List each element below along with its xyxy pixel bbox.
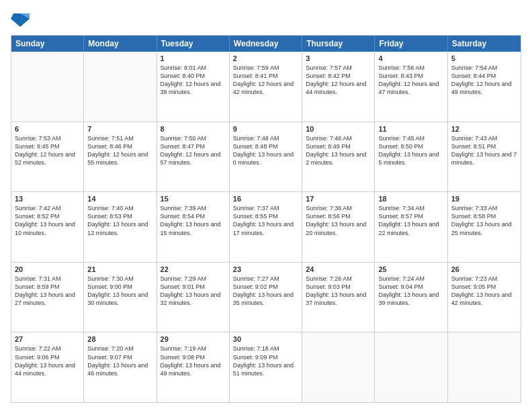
cell-content: Sunrise: 7:29 AM Sunset: 9:01 PM Dayligh… xyxy=(161,275,226,308)
calendar-cell: 7Sunrise: 7:51 AM Sunset: 8:46 PM Daylig… xyxy=(84,122,157,192)
calendar-row-0: 1Sunrise: 8:01 AM Sunset: 8:40 PM Daylig… xyxy=(11,52,521,122)
header-day-saturday: Saturday xyxy=(448,36,521,52)
header-day-thursday: Thursday xyxy=(302,36,375,52)
day-number: 26 xyxy=(451,265,517,273)
day-number: 5 xyxy=(451,54,517,62)
calendar-cell: 8Sunrise: 7:50 AM Sunset: 8:47 PM Daylig… xyxy=(157,122,230,192)
cell-content: Sunrise: 7:43 AM Sunset: 8:51 PM Dayligh… xyxy=(451,134,517,167)
calendar-cell: 23Sunrise: 7:27 AM Sunset: 9:02 PM Dayli… xyxy=(230,263,302,332)
day-number: 27 xyxy=(15,335,80,343)
logo-icon xyxy=(11,8,30,30)
calendar-cell: 13Sunrise: 7:42 AM Sunset: 8:52 PM Dayli… xyxy=(11,192,84,262)
calendar-cell: 11Sunrise: 7:45 AM Sunset: 8:50 PM Dayli… xyxy=(375,122,447,192)
day-number: 22 xyxy=(161,265,226,273)
calendar-cell: 14Sunrise: 7:40 AM Sunset: 8:53 PM Dayli… xyxy=(84,192,157,262)
day-number: 6 xyxy=(15,125,80,133)
cell-content: Sunrise: 7:33 AM Sunset: 8:58 PM Dayligh… xyxy=(451,204,517,237)
calendar-cell: 19Sunrise: 7:33 AM Sunset: 8:58 PM Dayli… xyxy=(448,192,521,262)
day-number: 29 xyxy=(161,335,226,343)
cell-content: Sunrise: 7:27 AM Sunset: 9:02 PM Dayligh… xyxy=(233,275,298,308)
cell-content: Sunrise: 7:23 AM Sunset: 9:05 PM Dayligh… xyxy=(451,275,517,308)
calendar-cell: 5Sunrise: 7:54 AM Sunset: 8:44 PM Daylig… xyxy=(448,52,521,122)
cell-content: Sunrise: 7:56 AM Sunset: 8:43 PM Dayligh… xyxy=(378,64,443,97)
calendar-cell: 6Sunrise: 7:53 AM Sunset: 8:45 PM Daylig… xyxy=(11,122,84,192)
calendar-cell: 2Sunrise: 7:59 AM Sunset: 8:41 PM Daylig… xyxy=(230,52,302,122)
page: SundayMondayTuesdayWednesdayThursdayFrid… xyxy=(0,0,532,411)
header-day-sunday: Sunday xyxy=(11,36,84,52)
cell-content: Sunrise: 7:54 AM Sunset: 8:44 PM Dayligh… xyxy=(451,64,517,97)
logo xyxy=(11,8,32,30)
calendar-cell: 15Sunrise: 7:39 AM Sunset: 8:54 PM Dayli… xyxy=(157,192,230,262)
calendar-cell: 16Sunrise: 7:37 AM Sunset: 8:55 PM Dayli… xyxy=(230,192,302,262)
cell-content: Sunrise: 7:30 AM Sunset: 9:00 PM Dayligh… xyxy=(87,275,152,308)
cell-content: Sunrise: 7:45 AM Sunset: 8:50 PM Dayligh… xyxy=(378,134,443,167)
calendar-cell xyxy=(375,332,447,402)
day-number: 23 xyxy=(233,265,298,273)
calendar-cell xyxy=(448,332,521,402)
cell-content: Sunrise: 7:34 AM Sunset: 8:57 PM Dayligh… xyxy=(378,204,443,237)
calendar-cell: 3Sunrise: 7:57 AM Sunset: 8:42 PM Daylig… xyxy=(302,52,375,122)
calendar: SundayMondayTuesdayWednesdayThursdayFrid… xyxy=(11,35,521,403)
day-number: 28 xyxy=(87,335,152,343)
day-number: 7 xyxy=(87,125,152,133)
day-number: 3 xyxy=(306,54,371,62)
day-number: 8 xyxy=(161,125,226,133)
calendar-cell: 29Sunrise: 7:19 AM Sunset: 9:08 PM Dayli… xyxy=(157,332,230,402)
calendar-body: 1Sunrise: 8:01 AM Sunset: 8:40 PM Daylig… xyxy=(11,52,521,402)
day-number: 19 xyxy=(451,195,517,203)
cell-content: Sunrise: 7:24 AM Sunset: 9:04 PM Dayligh… xyxy=(378,275,443,308)
cell-content: Sunrise: 7:18 AM Sunset: 9:09 PM Dayligh… xyxy=(233,345,298,377)
cell-content: Sunrise: 7:19 AM Sunset: 9:08 PM Dayligh… xyxy=(161,345,226,377)
day-number: 2 xyxy=(233,54,298,62)
day-number: 16 xyxy=(233,195,298,203)
cell-content: Sunrise: 7:51 AM Sunset: 8:46 PM Dayligh… xyxy=(87,134,152,167)
cell-content: Sunrise: 7:42 AM Sunset: 8:52 PM Dayligh… xyxy=(15,204,80,237)
day-number: 4 xyxy=(378,54,443,62)
cell-content: Sunrise: 7:59 AM Sunset: 8:41 PM Dayligh… xyxy=(233,64,298,97)
day-number: 21 xyxy=(87,265,152,273)
calendar-cell: 25Sunrise: 7:24 AM Sunset: 9:04 PM Dayli… xyxy=(375,263,447,332)
calendar-cell: 30Sunrise: 7:18 AM Sunset: 9:09 PM Dayli… xyxy=(230,332,302,402)
cell-content: Sunrise: 7:31 AM Sunset: 8:59 PM Dayligh… xyxy=(15,275,80,308)
day-number: 17 xyxy=(306,195,371,203)
header-day-wednesday: Wednesday xyxy=(230,36,302,52)
day-number: 18 xyxy=(378,195,443,203)
calendar-cell: 12Sunrise: 7:43 AM Sunset: 8:51 PM Dayli… xyxy=(448,122,521,192)
cell-content: Sunrise: 7:26 AM Sunset: 9:03 PM Dayligh… xyxy=(306,275,371,308)
cell-content: Sunrise: 7:53 AM Sunset: 8:45 PM Dayligh… xyxy=(15,134,80,167)
calendar-row-2: 13Sunrise: 7:42 AM Sunset: 8:52 PM Dayli… xyxy=(11,191,521,262)
calendar-cell: 1Sunrise: 8:01 AM Sunset: 8:40 PM Daylig… xyxy=(157,52,230,122)
header-day-tuesday: Tuesday xyxy=(157,36,230,52)
day-number: 30 xyxy=(233,335,298,343)
day-number: 13 xyxy=(15,195,80,203)
day-number: 20 xyxy=(15,265,80,273)
cell-content: Sunrise: 7:46 AM Sunset: 8:49 PM Dayligh… xyxy=(306,134,371,167)
cell-content: Sunrise: 7:40 AM Sunset: 8:53 PM Dayligh… xyxy=(87,204,152,237)
cell-content: Sunrise: 7:37 AM Sunset: 8:55 PM Dayligh… xyxy=(233,204,298,237)
day-number: 25 xyxy=(378,265,443,273)
cell-content: Sunrise: 7:50 AM Sunset: 8:47 PM Dayligh… xyxy=(161,134,226,167)
day-number: 15 xyxy=(161,195,226,203)
cell-content: Sunrise: 7:22 AM Sunset: 9:06 PM Dayligh… xyxy=(15,345,80,377)
calendar-cell: 21Sunrise: 7:30 AM Sunset: 9:00 PM Dayli… xyxy=(84,263,157,332)
cell-content: Sunrise: 7:20 AM Sunset: 9:07 PM Dayligh… xyxy=(87,345,152,377)
calendar-cell xyxy=(11,52,84,122)
cell-content: Sunrise: 8:01 AM Sunset: 8:40 PM Dayligh… xyxy=(161,64,226,97)
calendar-cell: 10Sunrise: 7:46 AM Sunset: 8:49 PM Dayli… xyxy=(302,122,375,192)
calendar-cell: 26Sunrise: 7:23 AM Sunset: 9:05 PM Dayli… xyxy=(448,263,521,332)
calendar-row-3: 20Sunrise: 7:31 AM Sunset: 8:59 PM Dayli… xyxy=(11,262,521,332)
calendar-cell: 18Sunrise: 7:34 AM Sunset: 8:57 PM Dayli… xyxy=(375,192,447,262)
day-number: 10 xyxy=(306,125,371,133)
calendar-cell xyxy=(84,52,157,122)
cell-content: Sunrise: 7:57 AM Sunset: 8:42 PM Dayligh… xyxy=(306,64,371,97)
calendar-cell: 17Sunrise: 7:36 AM Sunset: 8:56 PM Dayli… xyxy=(302,192,375,262)
cell-content: Sunrise: 7:36 AM Sunset: 8:56 PM Dayligh… xyxy=(306,204,371,237)
day-number: 14 xyxy=(87,195,152,203)
header-day-monday: Monday xyxy=(84,36,157,52)
calendar-header: SundayMondayTuesdayWednesdayThursdayFrid… xyxy=(11,36,521,52)
calendar-cell: 20Sunrise: 7:31 AM Sunset: 8:59 PM Dayli… xyxy=(11,263,84,332)
calendar-cell: 24Sunrise: 7:26 AM Sunset: 9:03 PM Dayli… xyxy=(302,263,375,332)
calendar-cell: 4Sunrise: 7:56 AM Sunset: 8:43 PM Daylig… xyxy=(375,52,447,122)
calendar-cell xyxy=(302,332,375,402)
day-number: 9 xyxy=(233,125,298,133)
